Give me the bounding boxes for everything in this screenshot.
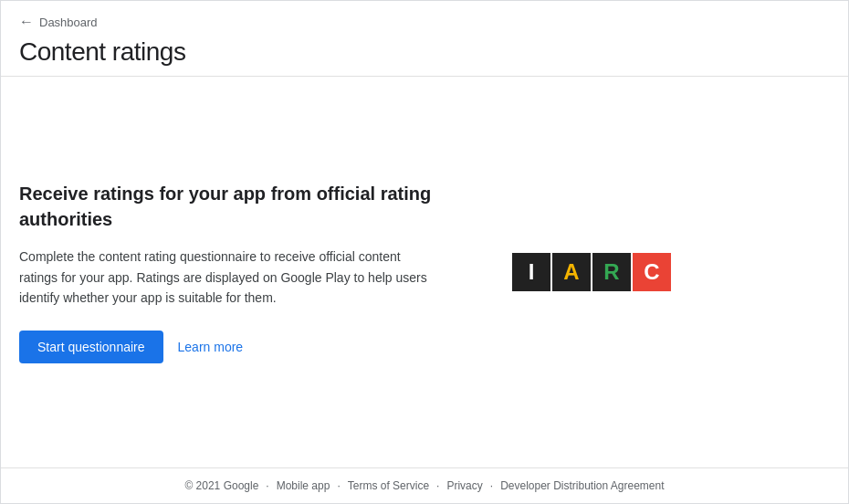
footer-copyright: © 2021 Google <box>184 479 258 492</box>
page-wrapper: ← Dashboard Content ratings Receive rati… <box>0 0 849 504</box>
footer-dot-1: · <box>266 479 268 492</box>
iarc-logo: I A R C <box>512 253 671 291</box>
iarc-letter-i: I <box>512 253 550 291</box>
iarc-letter-c: C <box>633 253 671 291</box>
footer-link-privacy[interactable]: Privacy <box>446 479 482 492</box>
footer-link-distribution[interactable]: Developer Distribution Agreement <box>500 479 664 492</box>
footer-link-terms[interactable]: Terms of Service <box>348 479 429 492</box>
section-description: Complete the content rating questionnair… <box>19 247 439 308</box>
page-title: Content ratings <box>19 37 830 76</box>
iarc-letter-a: A <box>552 253 591 291</box>
right-section: I A R C <box>512 253 671 291</box>
footer: © 2021 Google · Mobile app · Terms of Se… <box>1 467 848 503</box>
start-questionnaire-button[interactable]: Start questionnaire <box>19 331 163 363</box>
actions-row: Start questionnaire Learn more <box>19 331 476 363</box>
footer-dot-4: · <box>490 479 493 492</box>
section-heading: Receive ratings for your app from offici… <box>19 181 476 232</box>
back-link-label: Dashboard <box>39 16 98 29</box>
top-bar: ← Dashboard Content ratings <box>1 1 848 76</box>
footer-dot-3: · <box>436 479 439 492</box>
iarc-letter-r: R <box>592 253 631 291</box>
left-section: Receive ratings for your app from offici… <box>19 181 476 362</box>
main-content: Receive ratings for your app from offici… <box>1 77 848 467</box>
footer-dot-2: · <box>337 479 340 492</box>
learn-more-link[interactable]: Learn more <box>178 340 244 354</box>
footer-link-mobile-app[interactable]: Mobile app <box>277 479 330 492</box>
back-link[interactable]: ← Dashboard <box>19 14 830 30</box>
back-arrow-icon: ← <box>19 14 34 30</box>
